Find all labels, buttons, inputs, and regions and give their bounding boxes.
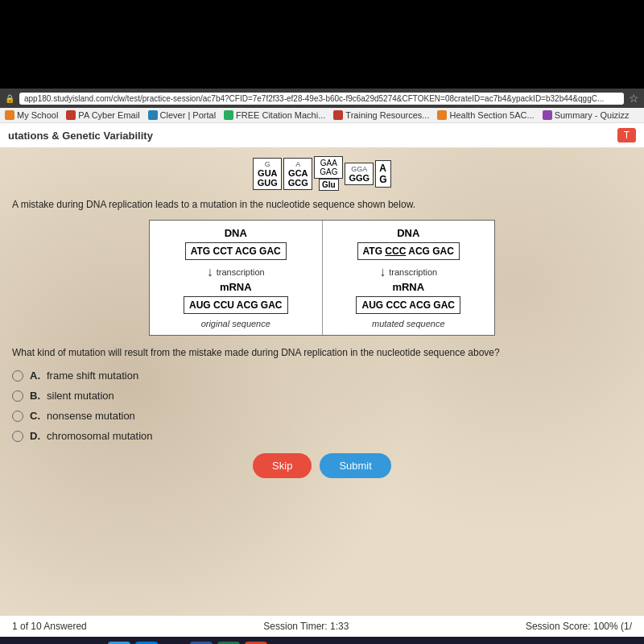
radio-c[interactable]	[12, 411, 23, 422]
codon-gua-gug: G GUAGUG	[253, 158, 282, 190]
bookmark-star-icon[interactable]: ☆	[629, 92, 639, 105]
progress-text: 1 of 10 Answered	[12, 621, 87, 632]
skip-button[interactable]: Skip	[253, 453, 312, 478]
gmail-icon	[66, 110, 76, 120]
session-score: Session Score: 100% (1/	[526, 621, 632, 632]
footer-bar: 1 of 10 Answered Session Timer: 1:33 Ses…	[0, 615, 644, 637]
codon-gga-ggg: GGA GGG	[345, 163, 374, 185]
lock-icon: 🔒	[5, 94, 14, 103]
bookmark-training-label: Training Resources...	[345, 110, 429, 120]
mutated-mrna-seq: AUG CCC ACG GAC	[356, 296, 460, 314]
original-mrna-seq: AUG CCU ACG GAC	[184, 296, 288, 314]
choice-c-letter: C.	[30, 410, 40, 422]
original-seq-type-label: original sequence	[158, 319, 314, 328]
choice-d-text: chromosomal mutation	[47, 430, 153, 442]
mutated-dna-label: DNA	[331, 227, 487, 239]
mutated-transcription-label: transcription	[389, 267, 437, 277]
myschool-icon	[5, 110, 14, 120]
bottom-buttons: Skip Submit	[12, 453, 632, 486]
mutated-seq-type-label: mutated sequence	[331, 319, 487, 328]
bookmark-clever[interactable]: Clever | Portal	[148, 110, 217, 120]
main-content: G GUAGUG A GCAGCG GAAGAG Glu GGA GGG AG …	[0, 148, 644, 615]
tab-indicator[interactable]: T	[617, 128, 636, 142]
taskbar: 🔍 here to search 📁 W X P ^ 🖩	[0, 637, 644, 644]
dna-diagram: DNA ATG CCT ACG GAC ↓ transcription mRNA…	[149, 220, 495, 336]
session-timer: Session Timer: 1:33	[263, 621, 349, 632]
training-icon	[333, 110, 343, 120]
original-dna-seq: ATG CCT ACG GAC	[185, 242, 287, 260]
bookmark-email[interactable]: PA Cyber Email	[66, 110, 139, 120]
codon-row: G GUAGUG A GCAGCG GAAGAG Glu GGA GGG AG	[12, 156, 632, 191]
black-top-bar	[0, 0, 644, 89]
choice-d-letter: D.	[30, 430, 40, 442]
health-icon	[437, 110, 447, 120]
radio-a[interactable]	[12, 370, 23, 382]
bookmark-clever-label: Clever | Portal	[160, 110, 217, 120]
clever-icon	[148, 110, 158, 120]
original-dna-label: DNA	[158, 227, 314, 239]
choice-c-text: nonsense mutation	[47, 410, 135, 422]
timer-label: Session Timer:	[263, 621, 327, 632]
bookmark-training[interactable]: Training Resources...	[333, 110, 429, 120]
choice-d[interactable]: D. chromosomal mutation	[12, 430, 632, 442]
codon-ag: AG	[375, 160, 390, 188]
timer-value: 1:33	[330, 621, 349, 632]
original-mrna-label: mRNA	[158, 281, 314, 293]
browser-window: 🔒 app180.studyisland.com/clw/test/practi…	[0, 89, 644, 637]
main-question-text: What kind of mutation will result from t…	[12, 345, 632, 360]
bookmark-citation-label: FREE Citation Machi...	[236, 110, 325, 120]
radio-d[interactable]	[12, 431, 23, 442]
choice-a[interactable]: A. frame shift mutation	[12, 369, 632, 382]
original-sequence-panel: DNA ATG CCT ACG GAC ↓ transcription mRNA…	[150, 221, 323, 335]
submit-button[interactable]: Submit	[320, 453, 390, 478]
choice-a-text: frame shift mutation	[47, 369, 138, 382]
quizizz-icon	[543, 110, 552, 120]
address-bar: 🔒 app180.studyisland.com/clw/test/practi…	[0, 89, 644, 108]
original-transcription-arrow: ↓ transcription	[158, 266, 314, 279]
dna-diagram-wrapper: DNA ATG CCT ACG GAC ↓ transcription mRNA…	[12, 220, 632, 336]
url-field[interactable]: app180.studyisland.com/clw/test/practice…	[19, 93, 624, 105]
bookmark-myschool[interactable]: My School	[5, 110, 58, 120]
bookmark-quizizz[interactable]: Summary - Quizizz	[543, 110, 630, 120]
mutated-mrna-label: mRNA	[331, 281, 487, 293]
mutated-transcription-arrow: ↓ transcription	[331, 266, 487, 279]
choice-c[interactable]: C. nonsense mutation	[12, 410, 632, 422]
choice-b[interactable]: B. silent mutation	[12, 390, 632, 402]
bookmark-health-label: Health Section 5AC...	[449, 110, 534, 120]
bookmark-myschool-label: My School	[17, 110, 58, 120]
mutated-sequence-panel: DNA ATG CCC ACG GAC ↓ transcription mRNA…	[323, 221, 495, 335]
intro-text: A mistake during DNA replication leads t…	[12, 197, 632, 212]
bookmarks-bar: My School PA Cyber Email Clever | Portal…	[0, 108, 644, 123]
citation-icon	[224, 110, 233, 120]
choice-b-letter: B.	[30, 390, 40, 402]
original-transcription-label: transcription	[217, 267, 265, 277]
choice-b-text: silent mutation	[47, 390, 114, 402]
codon-gca-gcg: A GCAGCG	[283, 158, 312, 190]
bookmark-citation[interactable]: FREE Citation Machi...	[224, 110, 325, 120]
page-title: utations & Genetic Variability	[8, 130, 153, 142]
radio-b[interactable]	[12, 390, 23, 402]
mutated-dna-seq: ATG CCC ACG GAC	[357, 242, 460, 260]
bookmark-health[interactable]: Health Section 5AC...	[437, 110, 534, 120]
page-title-bar: utations & Genetic Variability T	[0, 123, 644, 148]
choice-a-letter: A.	[30, 369, 40, 382]
bookmark-quizizz-label: Summary - Quizizz	[555, 110, 630, 120]
codon-gaa-gag-glu: GAAGAG Glu	[314, 156, 343, 191]
bookmark-email-label: PA Cyber Email	[78, 110, 139, 120]
answer-choices-list: A. frame shift mutation B. silent mutati…	[12, 369, 632, 442]
